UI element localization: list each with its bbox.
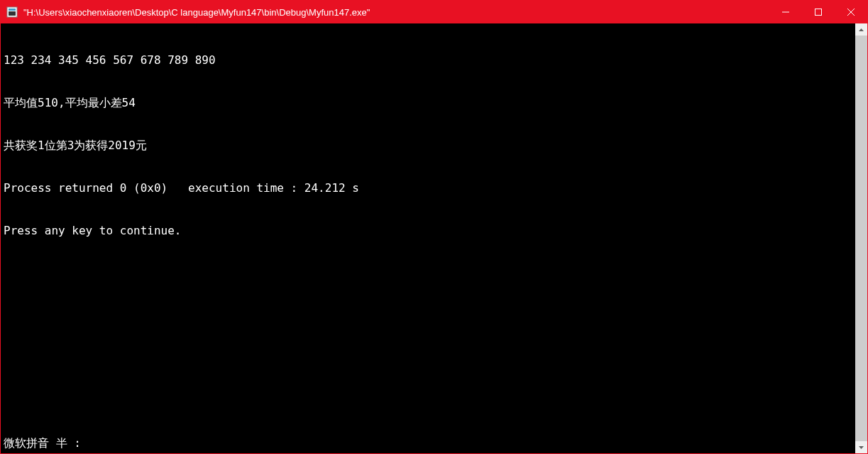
window-controls	[769, 1, 867, 23]
scrollbar-track[interactable]	[855, 36, 867, 441]
scrollbar-down-button[interactable]	[855, 441, 867, 453]
minimize-icon	[782, 9, 789, 16]
minimize-button[interactable]	[769, 1, 802, 23]
chevron-up-icon	[859, 28, 864, 31]
output-line: 平均值510,平均最小差54	[4, 96, 855, 110]
scrollbar-up-button[interactable]	[855, 23, 867, 36]
svg-rect-1	[9, 9, 16, 11]
chevron-down-icon	[859, 446, 864, 449]
close-icon	[847, 9, 855, 16]
ime-status-bar: 微软拼音 半 :	[4, 436, 855, 453]
output-line: 123 234 345 456 567 678 789 890	[4, 53, 855, 67]
titlebar[interactable]: "H:\Users\xiaochenxiaoren\Desktop\C lang…	[1, 1, 867, 23]
svg-rect-2	[9, 11, 16, 16]
console-content[interactable]: 123 234 345 456 567 678 789 890 平均值510,平…	[1, 23, 855, 453]
window-title: "H:\Users\xiaochenxiaoren\Desktop\C lang…	[23, 7, 769, 18]
close-button[interactable]	[835, 1, 867, 23]
app-icon	[6, 6, 18, 18]
vertical-scrollbar[interactable]	[855, 23, 867, 453]
console-window: "H:\Users\xiaochenxiaoren\Desktop\C lang…	[0, 0, 868, 454]
output-line: Process returned 0 (0x0) execution time …	[4, 181, 855, 195]
maximize-icon	[815, 9, 822, 16]
output-line: Press any key to continue.	[4, 224, 855, 238]
output-line: 共获奖1位第3为获得2019元	[4, 139, 855, 153]
console-output: 123 234 345 456 567 678 789 890 平均值510,平…	[4, 25, 855, 436]
maximize-button[interactable]	[802, 1, 835, 23]
scrollbar-thumb[interactable]	[855, 36, 867, 441]
svg-rect-4	[815, 9, 822, 16]
console-body: 123 234 345 456 567 678 789 890 平均值510,平…	[1, 23, 867, 453]
